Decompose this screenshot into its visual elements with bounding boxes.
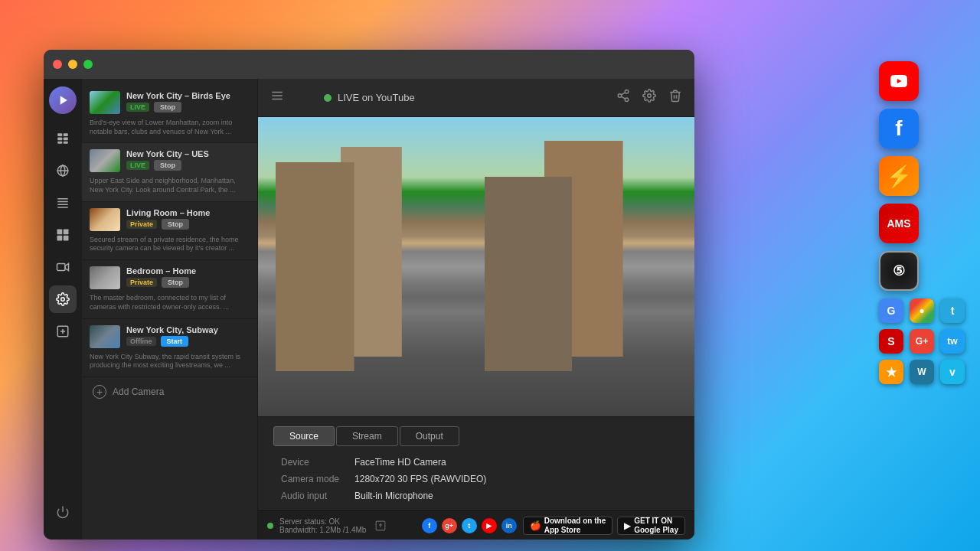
dock-g[interactable]: G [879, 298, 903, 323]
dock-icons: f ⚡ AMS ⑤ G ● t S G+ tw ★ W v [879, 61, 965, 384]
audio-input-value: Built-in Microphone [354, 491, 671, 501]
social-googleplus[interactable]: g+ [442, 518, 457, 533]
status-badge: Private [126, 220, 157, 229]
camera-action-button[interactable]: Stop [154, 160, 181, 171]
google-play-badge[interactable]: ▶ GET IT ON Google Play [617, 517, 685, 535]
svg-rect-15 [64, 236, 69, 241]
delete-icon[interactable] [668, 89, 682, 106]
tab-stream[interactable]: Stream [336, 426, 398, 446]
camera-item[interactable]: New York City – Birds Eye LIVE Stop Bird… [82, 85, 257, 143]
dock-gp2[interactable]: G+ [910, 329, 934, 354]
camera-description: New York City Subway, the rapid transit … [90, 353, 250, 370]
svg-line-26 [621, 96, 625, 99]
dock-chrome[interactable]: ● [910, 298, 934, 323]
app-window: New York City – Birds Eye LIVE Stop Bird… [44, 50, 694, 540]
social-youtube[interactable]: ▶ [482, 518, 497, 533]
app-body: New York City – Birds Eye LIVE Stop Bird… [44, 79, 694, 540]
device-label: Device [281, 457, 339, 468]
sidebar-item-video[interactable] [49, 253, 77, 281]
live-text: LIVE on YouTube [338, 92, 415, 103]
add-camera-button[interactable]: + Add Camera [82, 377, 257, 406]
close-button[interactable] [53, 60, 62, 69]
camera-item[interactable]: Living Room – Home Private Stop Secured … [82, 202, 257, 260]
power-button[interactable] [49, 498, 77, 526]
settings-icon[interactable] [642, 89, 656, 106]
camera-action-button[interactable]: Start [161, 336, 189, 347]
camera-item[interactable]: New York City, Subway Offline Start New … [82, 319, 257, 377]
dock-star[interactable]: ★ [879, 360, 903, 384]
svg-rect-13 [64, 230, 69, 235]
svg-rect-12 [57, 230, 63, 235]
camera-description: Upper East Side and neighborhood, Manhat… [90, 177, 250, 194]
dock-t-blue[interactable]: t [940, 298, 965, 323]
status-badge: Offline [126, 337, 156, 346]
camera-list: New York City – Birds Eye LIVE Stop Bird… [82, 79, 258, 540]
svg-rect-10 [57, 204, 68, 206]
store-badges: 🍎 Download on the App Store ▶ GET IT ON … [523, 517, 685, 535]
minimize-button[interactable] [68, 60, 77, 69]
app-store-text: Download on the App Store [544, 517, 606, 535]
camera-thumbnail [90, 208, 120, 231]
sidebar-icons [44, 79, 82, 540]
audio-input-label: Audio input [281, 491, 339, 501]
dock-row-3: ★ W v [879, 360, 965, 384]
social-facebook[interactable]: f [422, 518, 437, 533]
dock-ams[interactable]: AMS [879, 204, 919, 243]
dock-v[interactable]: v [940, 360, 965, 384]
status-badge: LIVE [126, 161, 149, 170]
sidebar-item-channels[interactable] [49, 125, 77, 152]
status-bar: Server status: OK Bandwidth: 1.2Mb /1.4M… [258, 510, 694, 540]
app-store-badge[interactable]: 🍎 Download on the App Store [523, 517, 613, 535]
social-icons: f g+ t ▶ in [422, 518, 517, 533]
svg-rect-8 [57, 198, 68, 200]
camera-name: New York City – UES [126, 149, 250, 158]
tab-row: Source Stream Output [273, 426, 679, 446]
dock-thunder[interactable]: ⚡ [879, 156, 919, 196]
social-twitter[interactable]: t [462, 518, 477, 533]
video-preview [258, 117, 694, 416]
maximize-button[interactable] [83, 60, 93, 69]
camera-thumbnail [90, 149, 120, 172]
svg-point-28 [648, 94, 652, 98]
tab-output[interactable]: Output [400, 426, 459, 446]
camera-thumbnail [90, 325, 120, 348]
camera-action-button[interactable]: Stop [162, 219, 189, 230]
sidebar-item-add[interactable] [49, 318, 77, 345]
social-linkedin[interactable]: in [501, 518, 517, 533]
dock-s[interactable]: S [879, 329, 903, 354]
svg-rect-5 [57, 142, 62, 144]
camera-action-button[interactable]: Stop [162, 277, 189, 288]
menu-icon[interactable] [270, 89, 284, 106]
camera-action-button[interactable]: Stop [154, 102, 181, 112]
sidebar-item-list[interactable] [49, 189, 77, 217]
dock-facebook[interactable]: f [879, 109, 919, 148]
tab-source[interactable]: Source [273, 426, 335, 446]
server-status-dot [267, 523, 273, 529]
camera-item[interactable]: Bedroom – Home Private Stop The master b… [82, 260, 257, 318]
sidebar-item-map[interactable] [49, 157, 77, 184]
svg-point-23 [625, 90, 629, 94]
dock-small-group: G ● t S G+ tw ★ W v [879, 298, 965, 384]
svg-rect-16 [57, 264, 66, 271]
camera-description: Secured stream of a private residence, t… [90, 236, 250, 253]
dock-five[interactable]: ⑤ [879, 251, 919, 291]
svg-line-27 [621, 93, 625, 95]
svg-point-25 [625, 98, 629, 102]
svg-rect-9 [57, 201, 68, 203]
camera-description: The master bedroom, connected to my list… [90, 294, 250, 311]
app-logo[interactable] [49, 86, 77, 114]
sidebar-item-grid[interactable] [49, 221, 77, 249]
camera-thumbnail [90, 266, 120, 289]
svg-rect-1 [57, 133, 62, 136]
controls-area: Source Stream Output Device FaceTime HD … [258, 416, 694, 510]
top-bar: LIVE on YouTube [258, 79, 694, 117]
camera-description: Bird's-eye view of Lower Manhattan, zoom… [90, 119, 250, 136]
share-icon[interactable] [616, 89, 630, 106]
dock-tw2[interactable]: tw [940, 329, 965, 354]
sidebar-item-settings[interactable] [49, 285, 77, 313]
dock-wp[interactable]: W [910, 360, 934, 384]
play-icon: ▶ [624, 520, 631, 531]
svg-rect-3 [57, 138, 62, 141]
camera-item[interactable]: New York City – UES LIVE Stop Upper East… [82, 143, 257, 201]
dock-youtube[interactable] [879, 61, 919, 101]
